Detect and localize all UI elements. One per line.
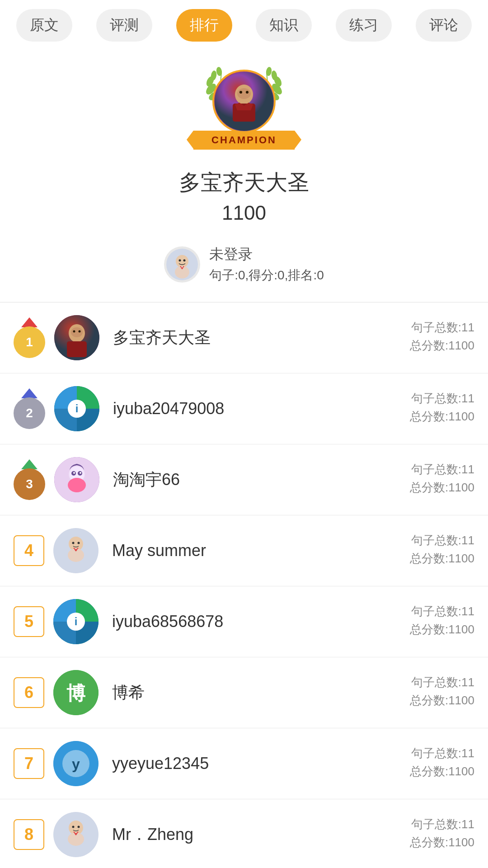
table-row: 7 y yyeyue12345 句子总数:11 总分数:1100: [0, 728, 488, 799]
svg-rect-28: [67, 341, 87, 357]
list-username-2: iyuba20479008: [108, 399, 401, 418]
svg-text:i: i: [75, 615, 78, 627]
avatar-image-1: [54, 315, 99, 360]
svg-point-42: [68, 478, 86, 492]
svg-point-62: [78, 826, 80, 828]
list-stats-8: 句子总数:11 总分数:1100: [410, 816, 474, 853]
svg-point-30: [73, 330, 75, 333]
current-user-avatar-image: [166, 249, 198, 280]
champion-section: CHAMPION 多宝齐天大圣 1100 未登录: [0, 46, 488, 302]
medal-3: 3: [14, 468, 45, 500]
table-row: 5 i iyuba68568678 句子总数:11 总分数:1100: [0, 586, 488, 657]
svg-point-18: [176, 255, 188, 268]
list-stats-6: 句子总数:11 总分数:1100: [410, 675, 474, 711]
svg-point-61: [72, 826, 75, 828]
stat-sentence-4: 句子总数:11: [410, 533, 474, 548]
svg-point-20: [183, 259, 186, 261]
svg-point-15: [246, 91, 249, 94]
list-username-8: Mr．Zheng: [108, 824, 401, 846]
svg-point-13: [237, 88, 251, 99]
svg-point-46: [78, 542, 80, 544]
list-avatar-8: [53, 812, 99, 857]
stat-sentence-6: 句子总数:11: [410, 675, 474, 690]
list-avatar-3: [54, 457, 99, 502]
champion-badge: CHAMPION: [194, 60, 294, 159]
list-avatar-5: i: [53, 599, 99, 644]
list-avatar-2: i: [54, 386, 99, 431]
stat-sentence-5: 句子总数:11: [410, 604, 474, 619]
table-row: 4 May summer 句子总数:11 总分数:1100: [0, 515, 488, 586]
tab-paihang[interactable]: 排行: [176, 9, 232, 42]
svg-text:i: i: [75, 402, 79, 415]
current-user-info: 未登录 句子:0,得分:0,排名:0: [209, 245, 324, 284]
stat-score-3: 总分数:1100: [410, 480, 474, 495]
svg-point-45: [72, 542, 75, 544]
stat-score-8: 总分数:1100: [410, 835, 474, 850]
list-username-6: 博希: [108, 682, 401, 704]
table-row: 2 i iyuba20479008 句子总数:11 总分数:1100: [0, 373, 488, 444]
svg-point-14: [239, 91, 242, 94]
avatar-image-8: [53, 812, 99, 857]
table-row: 8 Mr．Zheng 句子总数:11 总分数:1100: [0, 799, 488, 868]
champion-ribbon: CHAMPION: [193, 131, 295, 150]
stat-sentence-7: 句子总数:11: [410, 745, 474, 761]
svg-text:y: y: [72, 756, 80, 772]
list-username-7: yyeyue12345: [108, 754, 401, 773]
list-stats-7: 句子总数:11 总分数:1100: [410, 745, 474, 782]
list-username-1: 多宝齐天大圣: [108, 327, 401, 349]
leaderboard-list: 1 多宝齐天大圣 句子总数:11 总分数:1100 2: [0, 302, 488, 868]
stat-score-1: 总分数:1100: [410, 338, 474, 354]
champion-avatar-image: [215, 72, 273, 131]
list-username-5: iyuba68568678: [108, 612, 401, 631]
stat-score-7: 总分数:1100: [410, 764, 474, 779]
current-user-row: 未登录 句子:0,得分:0,排名:0: [146, 236, 342, 293]
medal-2: 2: [14, 397, 45, 429]
table-row: 3 淘淘宇66 句子总数:11 总分数:1100: [0, 444, 488, 515]
svg-point-31: [79, 330, 81, 333]
medal-1: 1: [14, 326, 45, 358]
table-row: 1 多宝齐天大圣 句子总数:11 总分数:1100: [0, 302, 488, 373]
avatar-image-4: [53, 528, 99, 573]
current-user-name: 未登录: [209, 245, 324, 264]
avatar-image-3: [54, 457, 99, 502]
tab-zhishi[interactable]: 知识: [256, 9, 312, 42]
avatar-image-6: 博: [53, 670, 99, 715]
rank-box-7: 7: [14, 748, 44, 779]
rank-badge-1: 1: [14, 322, 45, 354]
tab-lianxi[interactable]: 练习: [336, 9, 392, 42]
stat-sentence-1: 句子总数:11: [410, 320, 474, 335]
avatar-image-2: i: [54, 386, 99, 431]
tab-pinglun[interactable]: 评论: [416, 9, 472, 42]
rank-box-8: 8: [14, 819, 44, 850]
champion-name: 多宝齐天大圣: [179, 168, 309, 197]
svg-point-29: [71, 327, 83, 337]
list-stats-4: 句子总数:11 总分数:1100: [410, 533, 474, 569]
svg-point-41: [80, 472, 81, 474]
stat-score-4: 总分数:1100: [410, 551, 474, 566]
rank-box-5: 5: [14, 606, 44, 637]
current-user-stats: 句子:0,得分:0,排名:0: [209, 267, 324, 284]
svg-point-19: [179, 259, 181, 261]
champion-score: 1100: [222, 202, 266, 224]
rank-box-4: 4: [14, 535, 44, 566]
avatar-image-5: i: [53, 599, 99, 644]
list-stats-5: 句子总数:11 总分数:1100: [410, 604, 474, 640]
tab-yuanwen[interactable]: 原文: [16, 9, 72, 42]
stat-score-2: 总分数:1100: [410, 409, 474, 425]
list-avatar-4: [53, 528, 99, 573]
list-username-3: 淘淘宇66: [108, 469, 401, 491]
nav-tabs: 原文 评测 排行 知识 练习 评论: [0, 0, 488, 46]
rank-box-6: 6: [14, 677, 44, 708]
table-row: 6 博 博希 句子总数:11 总分数:1100: [0, 657, 488, 728]
current-user-avatar: [164, 246, 200, 283]
champion-avatar: [212, 70, 276, 133]
list-stats-3: 句子总数:11 总分数:1100: [410, 462, 474, 498]
stat-sentence-3: 句子总数:11: [410, 462, 474, 477]
stat-score-5: 总分数:1100: [410, 622, 474, 637]
stat-sentence-8: 句子总数:11: [410, 816, 474, 832]
rank-badge-2: 2: [14, 393, 45, 425]
svg-point-40: [73, 472, 75, 474]
rank-badge-3: 3: [14, 464, 45, 495]
tab-pingce[interactable]: 评测: [96, 9, 152, 42]
list-username-4: May summer: [108, 541, 401, 560]
